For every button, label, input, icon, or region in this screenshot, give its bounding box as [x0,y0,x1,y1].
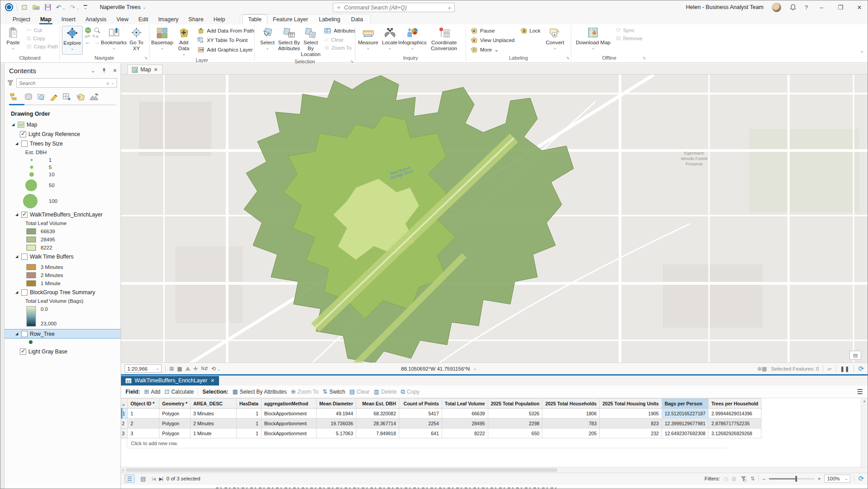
visibility-checkbox[interactable] [21,289,28,296]
lock-labels-button[interactable]: Lock [519,27,542,35]
remove-button[interactable]: ⊠Remove [615,35,644,42]
table-tab-walktimebuffers[interactable]: WalkTimeBuffers_EnrichLayer ✕ [121,376,219,386]
tab-project[interactable]: Project [8,15,35,24]
visibility-checkbox[interactable] [21,212,28,218]
calculate-field-button[interactable]: ⊡Calculate [164,389,194,395]
measure-button[interactable]: Measure ⌄ [358,26,378,55]
col-count-of-points[interactable]: Count of Points [399,399,442,409]
table-delete-button[interactable]: ▥Delete [374,389,397,395]
row-number[interactable]: 2 [122,418,128,428]
convert-labels-button[interactable]: A Convert ⌄ [544,26,566,55]
infographics-button[interactable]: Infographics ⌄ [401,26,424,55]
pause-labeling-button[interactable]: Pause [469,27,516,35]
expander-icon[interactable]: ◢ [14,141,19,146]
signed-in-user[interactable]: Helen - Business Analyst Team [686,4,764,10]
col-trees-per-household[interactable]: Trees per Household [709,399,761,409]
col-mean-est-dbh[interactable]: Mean Est. DBH [356,399,399,409]
locate-button[interactable]: Locate ⌄ [379,26,400,55]
tab-table[interactable]: Table [242,14,267,24]
table-view-button[interactable]: ☰ [125,475,135,483]
map-overview-button[interactable]: ▤ [849,351,861,360]
close-icon[interactable]: ✕ [154,67,158,73]
download-map-button[interactable]: Download Map ⌄ [574,26,613,55]
expander-icon[interactable]: ◢ [14,290,19,294]
add-graphics-layer-button[interactable]: Add Graphics Layer [196,46,256,54]
edit-vertices-icon[interactable]: ⟁ [185,366,190,372]
cut-button[interactable]: ✂Cut [25,27,60,33]
close-button[interactable]: ✕ [854,4,865,11]
maximize-button[interactable]: ❐ [835,4,846,11]
notifications-bell-icon[interactable] [789,4,797,11]
slider-thumb[interactable] [795,476,797,482]
more-labeling-button[interactable]: More⌄ [469,46,516,54]
selected-cell[interactable]: 12.5120165227187 [662,409,709,418]
sync-button[interactable]: ⟳Sync [615,27,644,33]
view-unplaced-button[interactable]: View Unplaced [469,36,516,44]
layer-walktimebuffers-enrichlayer[interactable]: ◢ WalkTimeBuffers_EnrichLayer [11,210,121,219]
tab-labeling[interactable]: Labeling [313,15,345,24]
dialog-launcher-icon[interactable]: ⇘ [642,56,646,60]
table-clear-button[interactable]: ▤Clear [350,389,370,395]
copy-button[interactable]: ⧉Copy [25,35,60,42]
zoom-selected-icon[interactable] [93,27,101,34]
xy-table-to-point-button[interactable]: XY Table To Point [196,36,256,44]
select-button[interactable]: Select ⌄ [257,26,278,58]
go-to-xy-button[interactable]: Go To XY [126,26,147,55]
filter-funnel-icon[interactable] [7,80,14,86]
open-project-icon[interactable] [33,4,40,11]
table-zoom-slider[interactable] [769,478,814,480]
dialog-launcher-icon[interactable]: ⇘ [144,56,148,60]
zoom-to-selection-icon[interactable]: ⊕▦ [757,366,767,372]
expander-icon[interactable]: ◢ [14,254,19,259]
attributes-button[interactable]: Attributes [323,27,357,35]
layer-light-gray-reference[interactable]: Light Gray Reference [11,129,121,139]
col-hasdata[interactable]: HasData [237,399,261,409]
expander-icon[interactable]: ◢ [14,212,19,216]
col-2025-total-households[interactable]: 2025 Total Households [542,399,600,409]
list-by-drawing-order-icon[interactable] [10,93,20,104]
col-geometry[interactable]: Geometry * [159,399,191,409]
visibility-checkbox[interactable] [21,331,28,337]
list-by-data-source-icon[interactable] [24,93,33,104]
explore-button[interactable]: Explore ⌄ [62,26,83,55]
map-canvas[interactable]: West Branch DuPage River Egermann Woods … [121,75,868,362]
layer-walk-time-buffers[interactable]: ◢ Walk Time Buffers [11,252,121,261]
tab-imagery[interactable]: Imagery [153,15,183,24]
select-by-attributes-button[interactable]: Select By Attributes [279,26,299,58]
switch-selection-button[interactable]: ⇅Switch [322,389,345,395]
row-number[interactable]: 1 [122,409,128,418]
move-tool-icon[interactable]: ✛ [193,366,198,372]
list-by-snapping-icon[interactable] [63,93,72,104]
close-icon[interactable]: ✕ [210,378,215,384]
bookmarks-button[interactable]: Bookmarks ⌄ [103,26,125,55]
table-copy-button[interactable]: ⧉Copy [401,389,420,395]
user-avatar[interactable] [772,3,781,12]
scrollbar-thumb[interactable] [126,468,557,472]
range-filter-icon[interactable]: ◍ [732,475,737,482]
tab-help[interactable]: Help [209,15,230,24]
table-zoom-select[interactable]: 100% ⌄ [824,475,850,483]
list-by-editing-icon[interactable] [50,93,59,104]
col-2025-total-housing-units[interactable]: 2025 Total Housing Units [599,399,662,409]
tab-map[interactable]: Map [35,15,56,24]
full-extent-icon[interactable] [84,27,92,34]
tab-view[interactable]: View [112,15,134,24]
contents-search-box[interactable]: ⌕ ⌄ [16,78,117,88]
close-pane-icon[interactable]: ✕ [113,68,117,74]
pin-icon[interactable] [102,68,107,74]
pane-menu-chevron-icon[interactable]: ⌄ [91,68,95,74]
rotate-view-icon[interactable]: ⟲ ⌄ [211,366,220,372]
zoom-to-button[interactable]: ⊕Zoom To [323,44,357,51]
table-menu-icon[interactable]: ☰ [857,388,863,396]
first-record-icon[interactable]: |◀ [152,476,155,481]
layer-blockgroup-tree-summary[interactable]: ◢ BlockGroup Tree Summary [11,287,121,297]
layer-row-tree[interactable]: ◢ Row_Tree [5,329,121,339]
tab-data[interactable]: Data [345,15,368,24]
scroll-left-icon[interactable]: ‹ [122,467,124,473]
refresh-map-icon[interactable]: ⟳ [858,365,864,373]
contents-search-input[interactable] [19,80,105,86]
paste-button[interactable]: Paste ⌄ [3,26,23,55]
col-bags-per-person[interactable]: Bags per Person [662,399,709,409]
select-by-location-button[interactable]: Select By Location [300,26,321,58]
expander-icon[interactable]: ◢ [14,332,19,336]
